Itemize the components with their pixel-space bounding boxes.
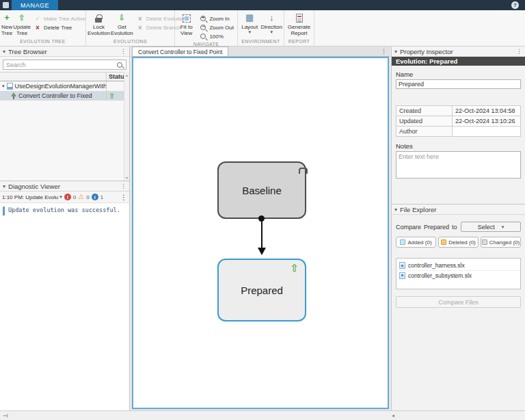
evolution-icon [10, 92, 16, 99]
list-item[interactable]: controller_subsystem.slx [396, 270, 520, 280]
file-name: controller_subsystem.slx [408, 272, 472, 279]
tree-browser-scrollbar[interactable]: ▴ ▾ [124, 72, 129, 181]
help-button[interactable]: ? [511, 1, 519, 9]
collapse-icon[interactable]: ▾ [394, 207, 397, 213]
fit-to-view-button[interactable]: Fit to View [176, 12, 196, 36]
layout-icon: ▦ [245, 13, 254, 23]
new-tree-button[interactable]: + New Tree [1, 12, 12, 36]
ribbon-empty-space [314, 10, 525, 46]
collapse-icon[interactable]: ▾ [394, 49, 397, 55]
delete-tree-button[interactable]: × Delete Tree [31, 23, 88, 31]
navigate-small-buttons: Zoom In Zoom Out 100% [197, 12, 236, 40]
chevron-down-icon: ▾ [502, 225, 504, 229]
search-icon[interactable] [117, 62, 122, 68]
compare-select-dropdown[interactable]: Select ▾ [461, 222, 521, 232]
document-tab[interactable]: Convert Controller to Fixed Point [132, 47, 228, 56]
property-inspector-content: Name Created 22-Oct-2024 13:04:58 Update… [392, 66, 525, 183]
generate-report-label: Generate Report [286, 24, 312, 36]
ribbon: + New Tree ⇧ Update Tree ✓ Make Tree Act… [0, 10, 525, 47]
expand-icon[interactable]: ▾ [2, 83, 5, 89]
get-evolution-button[interactable]: ⇩ Get Evolution [111, 12, 133, 36]
select-label: Select [478, 224, 495, 231]
make-tree-active-icon: ✓ [33, 15, 42, 22]
tabbar-menu-icon[interactable]: ⋮ [377, 47, 390, 56]
property-inspector-header[interactable]: ▾ Property Inspector ⋮ [392, 47, 525, 57]
diagnostic-run-dropdown[interactable]: 1:10 PM: Update Evolu ▾ [2, 194, 62, 200]
error-badge-icon[interactable]: ! [64, 194, 71, 200]
author-value[interactable] [452, 127, 520, 137]
group-label-environment: ENVIRONMENT [238, 38, 284, 46]
compare-files-button[interactable]: Compare Files [396, 296, 521, 308]
panel-menu-icon[interactable]: ⋮ [120, 183, 126, 189]
tree-grid-header: Status [0, 72, 129, 81]
get-evolution-icon: ⇩ [118, 13, 125, 23]
panel-menu-icon[interactable]: ⋮ [120, 48, 126, 55]
file-explorer-panel: ▾ File Explorer Compare Prepared to Sele… [392, 204, 525, 410]
delete-tree-label: Delete Tree [44, 25, 72, 31]
tree-row-root[interactable]: ▾ UseDesignEvolutionManagerWith1 [0, 81, 129, 91]
diagnostic-menu-icon[interactable]: ⋮ [120, 194, 127, 201]
filter-deleted-label: Deleted (0) [448, 239, 476, 246]
evolution-tree-small-buttons: ✓ Make Tree Active × Delete Tree [31, 12, 88, 31]
generate-report-button[interactable]: Generate Report [286, 12, 312, 36]
filter-deleted[interactable]: Deleted (0) [438, 237, 479, 248]
get-evolution-label: Get Evolution [111, 24, 133, 36]
make-tree-active-button[interactable]: ✓ Make Tree Active [31, 14, 88, 23]
scroll-up-icon[interactable]: ▴ [126, 73, 128, 77]
delete-tree-icon: × [33, 24, 42, 31]
ribbon-group-environment: ▦ Layout ▾ ↓ Direction ▾ ENVIRONMENT [238, 10, 284, 46]
file-explorer-header[interactable]: ▾ File Explorer [392, 205, 525, 215]
filter-chips: Added (0) Deleted (0) Changed (0) [392, 235, 525, 250]
layout-button[interactable]: ▦ Layout ▾ [239, 12, 260, 34]
created-label: Created [396, 106, 453, 116]
new-tree-label: New Tree [1, 24, 12, 36]
prepared-node[interactable]: ⇧ Prepared [217, 259, 306, 321]
search-input[interactable] [3, 60, 126, 69]
zoom-out-button[interactable]: Zoom Out [197, 23, 236, 31]
dock-icon[interactable]: ⊣ [3, 412, 8, 419]
filter-changed[interactable]: Changed (0) [481, 237, 521, 248]
diagnostic-viewer-header[interactable]: ▾ Diagnostic Viewer ⋮ [0, 181, 129, 192]
titlebar: MANAGE ? [0, 0, 525, 10]
zoom-in-button[interactable]: Zoom In [197, 14, 236, 23]
info-badge-icon[interactable]: i [92, 194, 98, 200]
evolution-canvas[interactable]: Baseline ⇧ Prepared [132, 57, 389, 409]
table-row: Created 22-Oct-2024 13:04:58 [396, 106, 521, 116]
warning-count: 0 [86, 194, 89, 200]
lock-evolution-button[interactable]: Lock Evolution [88, 12, 110, 36]
scroll-left-icon[interactable]: ◂ [392, 412, 394, 419]
search-box [3, 60, 126, 70]
direction-button[interactable]: ↓ Direction ▾ [260, 12, 282, 34]
update-tree-icon: ⇧ [18, 13, 25, 23]
filter-added[interactable]: Added (0) [396, 237, 436, 248]
scroll-down-icon[interactable]: ▾ [126, 175, 128, 180]
notes-field[interactable] [396, 151, 521, 179]
name-label: Name [396, 70, 521, 78]
property-inspector-title: Property Inspector [400, 48, 453, 55]
zoom-in-label: Zoom In [209, 16, 229, 22]
status-bar: ⊣ ◂ [0, 410, 525, 420]
updated-label: Updated [396, 116, 453, 127]
ribbon-group-evolution-tree: + New Tree ⇧ Update Tree ✓ Make Tree Act… [0, 10, 86, 46]
tab-manage[interactable]: MANAGE [12, 0, 58, 10]
collapse-icon[interactable]: ▾ [3, 183, 5, 189]
search-row [0, 57, 129, 72]
tree-row-evolution[interactable]: Convert Controller to Fixed ⇧ [0, 91, 129, 101]
warning-badge-icon[interactable]: ⚠ [78, 194, 84, 200]
collapse-icon[interactable]: ▾ [3, 49, 5, 55]
added-icon [400, 239, 405, 245]
diagnostic-message: Update evolution was successful. [0, 203, 129, 216]
file-list: controller_harness.slx controller_subsys… [396, 258, 521, 289]
name-field[interactable] [396, 79, 521, 89]
update-tree-button[interactable]: ⇧ Update Tree [13, 12, 31, 36]
group-label-evolution-tree: EVOLUTION TREE [0, 38, 85, 46]
panel-menu-icon[interactable]: ⋮ [516, 48, 522, 55]
tree-browser-header[interactable]: ▾ Tree Browser ⋮ [0, 47, 129, 57]
list-item[interactable]: controller_harness.slx [396, 261, 520, 270]
error-count: 0 [73, 194, 76, 200]
slx-file-icon [399, 262, 405, 269]
fit-to-view-icon [183, 13, 191, 23]
baseline-node[interactable]: Baseline [217, 161, 306, 219]
zoom-level-button[interactable]: 100% [197, 32, 236, 40]
slx-file-icon [399, 272, 405, 279]
